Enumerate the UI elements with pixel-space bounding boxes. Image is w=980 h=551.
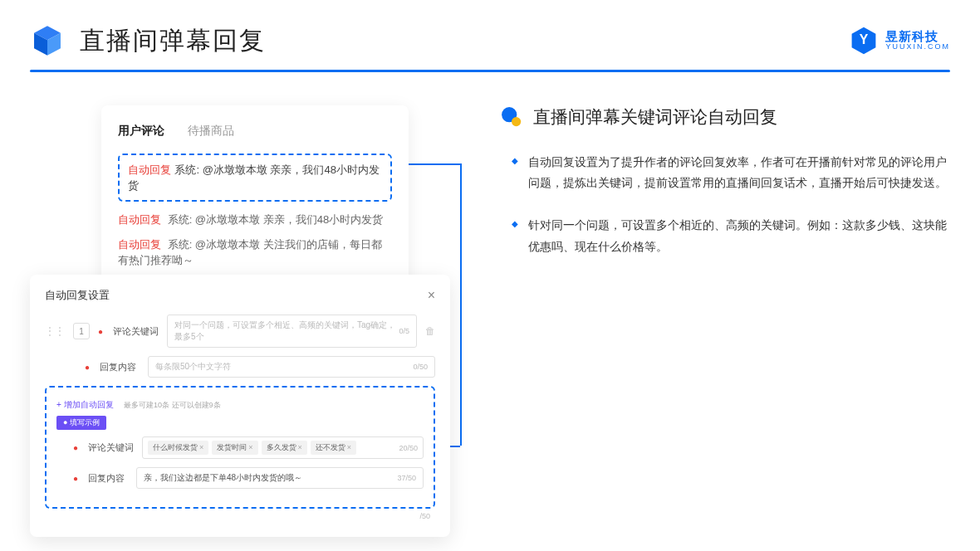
bullet-list: 自动回复设置为了提升作者的评论回复效率，作者可在开播前针对常见的评论用户问题，提… [500, 152, 950, 257]
content-count: 0/50 [413, 363, 428, 371]
tag-1[interactable]: 什么时候发货× [148, 441, 208, 455]
left-column: 用户评论 待播商品 自动回复 系统: @冰墩墩本墩 亲亲，我们48小时内发货 自… [30, 105, 450, 279]
keyword-count: 0/5 [399, 327, 409, 335]
connector-v [460, 163, 462, 446]
tag-4[interactable]: 还不发货× [311, 441, 356, 455]
section-title: 直播间弹幕关键词评论自动回复 [533, 105, 777, 129]
label-keyword: 评论关键词 [113, 325, 159, 338]
close-icon[interactable]: × [428, 288, 435, 303]
tag-2[interactable]: 发货时间× [212, 441, 257, 455]
required-dot: ● [73, 443, 78, 452]
form-row-content: ● 回复内容 每条限50个中文字符 0/50 [45, 356, 435, 378]
outer-count: /50 [45, 512, 435, 520]
required-dot: ● [98, 327, 103, 336]
keyword-input[interactable]: 对同一个问题，可设置多个相近、高频的关键词，Tag确定，最多5个 0/5 [167, 315, 417, 348]
logo-text: 昱新科技 YUUXIN.COM [885, 30, 950, 51]
settings-title: 自动回复设置 [45, 288, 110, 303]
settings-header: 自动回复设置 × [45, 288, 435, 303]
auto-reply-tag: 自动回复 [118, 238, 161, 251]
section-head: 直播间弹幕关键词评论自动回复 [500, 105, 950, 129]
trash-icon[interactable]: 🗑 [425, 325, 435, 337]
add-auto-reply-link[interactable]: + 增加自动回复 [56, 400, 114, 409]
auto-reply-tag: 自动回复 [128, 163, 171, 176]
tab-pending-goods[interactable]: 待播商品 [188, 124, 234, 139]
add-row: + 增加自动回复 最多可建10条 还可以创建9条 [56, 396, 424, 411]
example-box: + 增加自动回复 最多可建10条 还可以创建9条 ● 填写示例 ● 评论关键词 … [45, 386, 435, 509]
page-header: 直播间弹幕回复 Y 昱新科技 YUUXIN.COM [0, 0, 980, 58]
logo-cn: 昱新科技 [885, 30, 950, 44]
highlighted-reply: 自动回复 系统: @冰墩墩本墩 亲亲，我们48小时内发货 [118, 154, 392, 202]
page-title: 直播间弹幕回复 [80, 24, 266, 58]
connector-h1 [409, 163, 460, 165]
tabs: 用户评论 待播商品 [118, 124, 392, 139]
example-badge: ● 填写示例 [56, 416, 106, 430]
main-content: 用户评论 待播商品 自动回复 系统: @冰墩墩本墩 亲亲，我们48小时内发货 自… [0, 72, 980, 279]
bullet-1: 自动回复设置为了提升作者的评论回复效率，作者可在开播前针对常见的评论用户问题，提… [515, 152, 950, 193]
required-dot: ● [85, 363, 90, 372]
ex-content-text: 亲，我们这边都是下单48小时内发货的哦～ [144, 472, 302, 484]
ex-keyword-tags[interactable]: 什么时候发货× 发货时间× 多久发货× 还不发货× 20/50 [142, 436, 424, 459]
ex-label-keyword: 评论关键词 [88, 441, 134, 454]
ex-row-keyword: ● 评论关键词 什么时候发货× 发货时间× 多久发货× 还不发货× 20/50 [56, 436, 424, 459]
reply-row-2: 自动回复 系统: @冰墩墩本墩 亲亲，我们48小时内发货 [118, 212, 392, 228]
label-content: 回复内容 [100, 361, 140, 373]
right-column: 直播间弹幕关键词评论自动回复 自动回复设置为了提升作者的评论回复效率，作者可在开… [500, 105, 950, 279]
content-placeholder: 每条限50个中文字符 [155, 361, 231, 373]
reply-row-3: 自动回复 系统: @冰墩墩本墩 关注我们的店铺，每日都有热门推荐呦～ [118, 236, 392, 269]
drag-icon[interactable]: ⋮⋮ [45, 325, 65, 337]
ex-row-content: ● 回复内容 亲，我们这边都是下单48小时内发货的哦～ 37/50 [56, 467, 424, 489]
cube-icon [30, 23, 65, 58]
chat-bubble-icon [500, 105, 523, 129]
header-left: 直播间弹幕回复 [30, 23, 266, 58]
ex-content-input[interactable]: 亲，我们这边都是下单48小时内发货的哦～ 37/50 [136, 467, 424, 489]
add-hint: 最多可建10条 还可以创建9条 [124, 401, 221, 409]
form-row-keyword: ⋮⋮ 1 ● 评论关键词 对同一个问题，可设置多个相近、高频的关键词，Tag确定… [45, 315, 435, 348]
tab-user-comments[interactable]: 用户评论 [118, 124, 164, 139]
svg-point-6 [512, 117, 521, 126]
logo-en: YUUXIN.COM [885, 43, 950, 51]
tag-3[interactable]: 多久发货× [262, 441, 307, 455]
reply-text-2: 系统: @冰墩墩本墩 亲亲，我们48小时内发货 [168, 213, 384, 226]
brand-logo: Y 昱新科技 YUUXIN.COM [849, 26, 950, 56]
ex-content-count: 37/50 [397, 474, 416, 482]
settings-card: 自动回复设置 × ⋮⋮ 1 ● 评论关键词 对同一个问题，可设置多个相近、高频的… [30, 275, 450, 537]
bullet-2: 针对同一个问题，可设置多个相近的、高频的关键词。例如：这款多少钱、这块能优惠吗、… [515, 215, 950, 256]
logo-hex-icon: Y [849, 26, 879, 56]
svg-text:Y: Y [860, 32, 869, 46]
row-number: 1 [73, 323, 90, 339]
ex-label-content: 回复内容 [88, 472, 128, 485]
ex-keyword-count: 20/50 [399, 444, 418, 452]
auto-reply-tag: 自动回复 [118, 213, 161, 226]
content-input[interactable]: 每条限50个中文字符 0/50 [148, 356, 435, 378]
required-dot: ● [73, 474, 78, 483]
keyword-placeholder: 对同一个问题，可设置多个相近、高频的关键词，Tag确定，最多5个 [174, 319, 399, 343]
